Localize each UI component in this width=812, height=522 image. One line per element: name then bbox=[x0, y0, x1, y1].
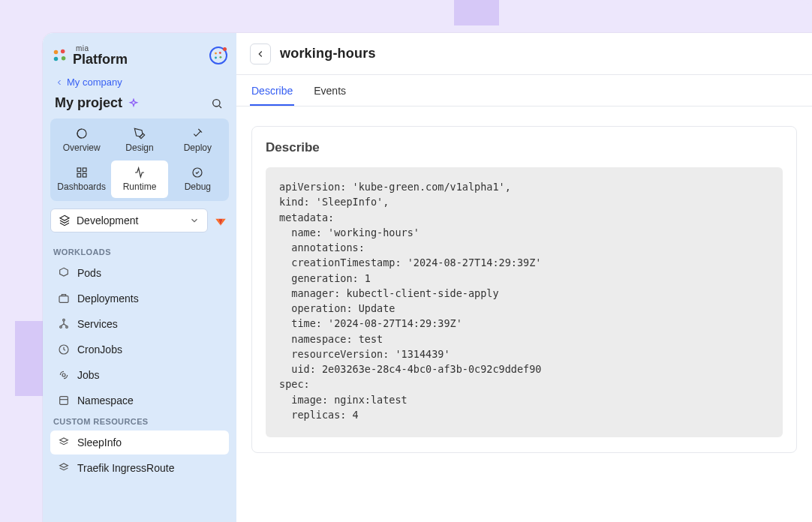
nav-sleepinfo[interactable]: SleepInfo bbox=[50, 430, 229, 454]
mode-switcher: Overview Design Deploy Dashboards Runtim… bbox=[50, 118, 229, 201]
section-custom-label: CUSTOM RESOURCES bbox=[50, 412, 229, 430]
mode-design[interactable]: Design bbox=[111, 122, 167, 159]
nav-services[interactable]: Services bbox=[50, 312, 229, 336]
mode-label: Deploy bbox=[184, 142, 212, 153]
svg-point-20 bbox=[62, 374, 65, 376]
environment-value: Development bbox=[77, 214, 139, 226]
svg-point-6 bbox=[215, 56, 217, 58]
sparkle-icon bbox=[128, 98, 139, 109]
brand: mia Platform bbox=[52, 45, 128, 66]
arrow-left-icon bbox=[55, 78, 64, 87]
tabs: Describe Events bbox=[236, 75, 812, 106]
svg-point-4 bbox=[215, 52, 217, 55]
notifications-badge[interactable] bbox=[209, 46, 227, 64]
svg-rect-15 bbox=[59, 296, 68, 303]
mode-label: Overview bbox=[63, 142, 101, 153]
svg-point-5 bbox=[219, 52, 221, 54]
svg-point-18 bbox=[66, 326, 68, 328]
svg-point-3 bbox=[62, 56, 66, 61]
layers-icon bbox=[59, 214, 71, 226]
mode-dashboards[interactable]: Dashboards bbox=[53, 160, 110, 198]
decoration bbox=[454, 0, 499, 26]
mode-label: Runtime bbox=[123, 182, 157, 192]
chevron-down-icon bbox=[189, 215, 200, 226]
svg-rect-10 bbox=[77, 168, 81, 172]
environment-select[interactable]: Development bbox=[50, 208, 208, 232]
main: working-hours Describe Events Describe a… bbox=[236, 33, 812, 522]
nav-pods[interactable]: Pods bbox=[50, 261, 229, 285]
nav-label: Pods bbox=[77, 267, 101, 279]
back-link-label: My company bbox=[67, 76, 122, 88]
custom-resources-nav: SleepInfo Traefik IngressRoute bbox=[50, 430, 229, 480]
nav-label: Deployments bbox=[77, 292, 139, 304]
svg-point-8 bbox=[213, 99, 220, 106]
nav-namespace[interactable]: Namespace bbox=[50, 388, 229, 412]
app-shell: mia Platform My company My project bbox=[43, 33, 812, 522]
back-to-company-link[interactable]: My company bbox=[50, 74, 229, 91]
gitlab-icon[interactable] bbox=[214, 213, 229, 228]
workloads-nav: Pods Deployments Services CronJobs Jobs bbox=[50, 261, 229, 412]
nav-label: SleepInfo bbox=[77, 436, 122, 448]
svg-point-7 bbox=[219, 56, 221, 58]
section-workloads-label: WORKLOADS bbox=[50, 243, 229, 261]
page-title: working-hours bbox=[280, 46, 376, 62]
nav-ingressroute[interactable]: Traefik IngressRoute bbox=[50, 456, 229, 480]
nav-label: Jobs bbox=[77, 369, 100, 381]
nav-jobs[interactable]: Jobs bbox=[50, 363, 229, 387]
mode-overview[interactable]: Overview bbox=[53, 122, 110, 159]
tab-events[interactable]: Events bbox=[312, 77, 347, 106]
mode-label: Dashboards bbox=[57, 182, 106, 192]
back-button[interactable] bbox=[250, 44, 271, 64]
svg-point-16 bbox=[63, 319, 65, 321]
decoration bbox=[15, 321, 45, 396]
mode-debug[interactable]: Debug bbox=[170, 160, 226, 198]
svg-point-17 bbox=[60, 326, 62, 328]
svg-rect-11 bbox=[83, 168, 86, 172]
nav-label: Services bbox=[77, 318, 118, 330]
project-name: My project bbox=[55, 95, 139, 111]
nav-cronjobs[interactable]: CronJobs bbox=[50, 338, 229, 362]
svg-point-0 bbox=[54, 50, 59, 55]
nav-label: Traefik IngressRoute bbox=[77, 462, 174, 474]
svg-rect-13 bbox=[83, 173, 86, 177]
nav-label: CronJobs bbox=[77, 344, 122, 356]
svg-point-1 bbox=[61, 50, 65, 54]
describe-card: Describe apiVersion: 'kube-green.com/v1a… bbox=[251, 126, 797, 453]
card-title: Describe bbox=[266, 140, 783, 155]
svg-point-2 bbox=[54, 57, 59, 62]
main-header: working-hours bbox=[236, 33, 812, 75]
svg-rect-12 bbox=[77, 173, 81, 177]
mode-label: Debug bbox=[185, 182, 211, 192]
project-name-text: My project bbox=[55, 95, 122, 111]
tab-describe[interactable]: Describe bbox=[250, 77, 294, 106]
brand-logo-icon bbox=[52, 47, 68, 64]
mode-deploy[interactable]: Deploy bbox=[170, 122, 226, 159]
describe-yaml: apiVersion: 'kube-green.com/v1alpha1', k… bbox=[266, 167, 783, 437]
sidebar: mia Platform My company My project bbox=[43, 33, 236, 522]
search-button[interactable] bbox=[209, 96, 224, 111]
mode-label: Design bbox=[125, 142, 153, 153]
nav-label: Namespace bbox=[77, 394, 134, 406]
nav-deployments[interactable]: Deployments bbox=[50, 286, 229, 310]
mode-runtime[interactable]: Runtime bbox=[111, 160, 167, 198]
brand-line2: Platform bbox=[73, 52, 128, 66]
svg-rect-21 bbox=[60, 397, 68, 405]
